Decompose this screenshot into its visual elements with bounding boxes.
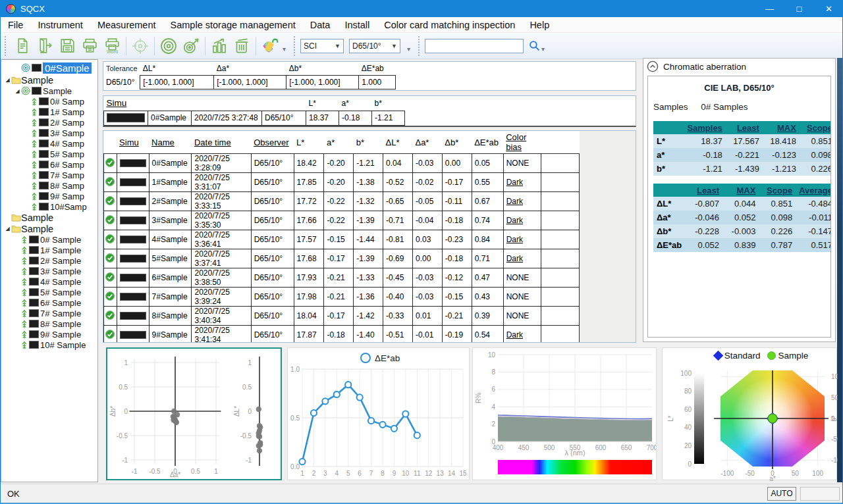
export-icon[interactable] — [34, 36, 55, 57]
column-header[interactable]: Observer — [251, 131, 294, 154]
tree-item-sample-7[interactable]: 4# Samp — [1, 138, 97, 149]
tree-item-sample-20[interactable]: 4# Sample — [1, 276, 97, 287]
stat-header[interactable]: Samples — [684, 121, 725, 134]
table-row[interactable]: 0#Sample2020/7/25 3:28:09D65/10°18.42-0.… — [104, 154, 580, 173]
color-palette-icon[interactable] — [259, 36, 281, 57]
table-row[interactable]: 2#Sample2020/7/25 3:33:15D65/10°17.72-0.… — [104, 192, 580, 211]
stat-header[interactable]: Least — [686, 184, 722, 197]
tree-item-sample-22[interactable]: 6# Sample — [1, 297, 97, 308]
reflectance-chart[interactable]: 0246810400450500550600650700R%λ (nm) — [472, 347, 657, 480]
illuminant-dropdown[interactable]: D65/10°▼ — [349, 39, 400, 53]
stat-header[interactable]: MAX — [763, 121, 800, 134]
tree-item-group-2[interactable]: ◢Sample — [1, 86, 97, 96]
tolerance-da[interactable]: [-1.000, 1.000] — [214, 75, 286, 89]
table-row[interactable]: 7#Sample2020/7/25 3:39:24D65/10°17.98-0.… — [104, 288, 580, 307]
tree-item-sample-18[interactable]: 2# Sample — [1, 255, 97, 266]
cell-color-bias[interactable]: NONE — [503, 154, 541, 173]
tree-item-sample-9[interactable]: 6# Samp — [1, 159, 97, 170]
tree-item-folder-15[interactable]: ◢Sample — [1, 223, 97, 234]
table-row[interactable]: 5#Sample2020/7/25 3:37:41D65/10°17.68-0.… — [104, 249, 580, 268]
tree-item-sample-24[interactable]: 8# Sample — [1, 318, 97, 329]
table-row[interactable]: 3#Sample2020/7/25 3:35:30D65/10°17.66-0.… — [104, 211, 580, 230]
tree-item-sample-8[interactable]: 5# Samp — [1, 149, 97, 159]
calibrate-icon[interactable] — [158, 36, 179, 57]
cell-color-bias[interactable]: NONE — [503, 288, 541, 307]
stat-header[interactable]: Scope — [800, 121, 831, 134]
auto-button[interactable]: AUTO — [767, 487, 796, 501]
stat-header[interactable] — [653, 184, 686, 197]
tree-expander-icon[interactable]: ◢ — [14, 88, 21, 94]
column-header[interactable]: b* — [354, 131, 383, 154]
column-header[interactable]: Name — [149, 131, 192, 154]
stat-header[interactable]: Scope — [759, 184, 796, 197]
column-header[interactable]: Δb* — [442, 131, 472, 154]
tree-item-sample-23[interactable]: 7# Sample — [1, 308, 97, 318]
tree-item-sample-26[interactable]: 10# Sample — [1, 340, 97, 350]
cell-color-bias[interactable]: NONE — [503, 307, 541, 326]
measure-target-icon[interactable] — [180, 36, 202, 57]
tolerance-dl[interactable]: [-1.000, 1.000] — [140, 75, 214, 89]
tree-expander-icon[interactable]: ◢ — [4, 226, 11, 232]
toolbar-overflow-icon[interactable]: ▾ — [407, 45, 410, 53]
delta-ab-scatter-chart[interactable]: -1-1-0.5-0.5000.50.511Δb*Δa*-1-0.500.51Δ… — [106, 347, 282, 480]
minimize-button[interactable]: — — [755, 0, 784, 17]
tree-expander-icon[interactable]: ◢ — [4, 77, 11, 83]
column-header[interactable]: ΔE*ab — [472, 131, 503, 154]
tree-item-folder-1[interactable]: ◢Sample — [1, 74, 97, 86]
cell-color-bias[interactable]: Dark — [503, 173, 541, 192]
column-header[interactable] — [541, 131, 580, 154]
cell-color-bias[interactable]: Dark — [503, 211, 541, 230]
sci-dropdown[interactable]: SCI▼ — [300, 39, 344, 53]
new-document-icon[interactable] — [12, 36, 33, 57]
menu-install[interactable]: Install — [337, 17, 377, 33]
table-row[interactable]: 9#Sample2020/7/25 3:41:34D65/10°17.87-0.… — [104, 326, 580, 343]
cell-color-bias[interactable]: Dark — [503, 326, 541, 343]
column-header[interactable]: L* — [294, 131, 324, 154]
menu-help[interactable]: Help — [522, 17, 557, 33]
tree-item-sample-21[interactable]: 5# Sample — [1, 287, 97, 297]
stat-header[interactable]: Least — [726, 121, 763, 134]
tree-item-folder-14[interactable]: Sample — [1, 212, 97, 223]
cell-color-bias[interactable]: Dark — [503, 192, 541, 211]
tree-item-sample-4[interactable]: 1# Samp — [1, 107, 97, 117]
column-header[interactable]: ΔL* — [383, 131, 413, 154]
column-header[interactable]: a* — [324, 131, 354, 154]
table-row[interactable]: 8#Sample2020/7/25 3:40:34D65/10°18.04-0.… — [104, 307, 580, 326]
column-header[interactable]: Color bias — [503, 131, 541, 154]
tree-item-sample-10[interactable]: 7# Samp — [1, 170, 97, 180]
tree-item-sample-16[interactable]: 0# Sample — [1, 234, 97, 245]
column-header[interactable] — [104, 131, 117, 154]
tree-item-sample-3[interactable]: 0# Samp — [1, 96, 97, 107]
delete-trash-icon[interactable] — [231, 36, 252, 57]
collapse-chevron-icon[interactable] — [647, 61, 659, 72]
tree-item-sample-12[interactable]: 9# Samp — [1, 191, 97, 201]
stat-header[interactable]: MAX — [722, 184, 759, 197]
chart-report-icon[interactable] — [209, 36, 230, 57]
cell-color-bias[interactable]: Dark — [503, 230, 541, 249]
search-input[interactable] — [425, 39, 524, 53]
tree-item-sample-19[interactable]: 3# Sample — [1, 266, 97, 276]
save-icon[interactable] — [57, 36, 78, 57]
column-header[interactable]: Δa* — [412, 131, 442, 154]
table-row[interactable]: 6#Sample2020/7/25 3:38:50D65/10°17.93-0.… — [104, 268, 580, 288]
cell-color-bias[interactable]: NONE — [503, 268, 541, 288]
splitter[interactable] — [98, 59, 103, 482]
maximize-button[interactable]: □ — [784, 0, 814, 17]
tree-item-sample-11[interactable]: 8# Samp — [1, 180, 97, 191]
menu-measurement[interactable]: Measurement — [90, 17, 163, 33]
toolbar-overflow-icon[interactable]: ▾ — [541, 45, 545, 53]
tree-item-sample-13[interactable]: 10#Samp — [1, 201, 97, 212]
target-locate-icon[interactable] — [130, 36, 151, 57]
tolerance-de[interactable]: 1.000 — [359, 75, 396, 89]
print-word-icon[interactable]: Word — [101, 36, 122, 57]
menu-sample-storage-management[interactable]: Sample storage management — [163, 17, 303, 33]
tree-item-standard-0[interactable]: 0#Sample — [1, 61, 97, 74]
menu-file[interactable]: File — [1, 17, 30, 33]
tree-item-sample-5[interactable]: 2# Samp — [1, 117, 97, 128]
close-button[interactable]: ✕ — [814, 0, 843, 17]
tree-item-sample-17[interactable]: 1# Sample — [1, 245, 97, 255]
menu-color-card-matching-inspection[interactable]: Color card matching inspection — [377, 17, 522, 33]
stat-header[interactable]: Average — [796, 184, 831, 197]
cell-color-bias[interactable]: Dark — [503, 249, 541, 268]
stat-header[interactable] — [653, 121, 684, 134]
